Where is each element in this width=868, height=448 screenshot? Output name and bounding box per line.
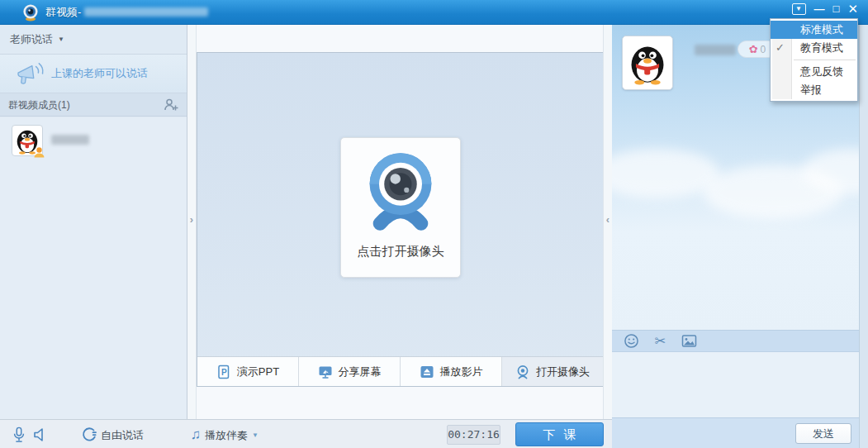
mode-menu-button[interactable]: ▼	[792, 3, 806, 15]
sidebar-collapse-handle[interactable]: ›	[187, 25, 197, 419]
announcement-row: 上课的老师可以说话	[0, 55, 187, 93]
menu-item-report[interactable]: 举报	[771, 81, 857, 99]
screenshot-button[interactable]: ✂	[652, 333, 668, 349]
chat-toolbar: ✂	[612, 331, 859, 352]
mode-menu: 标准模式 ✓教育模式 意见反馈 举报	[770, 18, 858, 102]
add-member-icon[interactable]	[164, 98, 178, 112]
send-image-button[interactable]	[681, 333, 697, 349]
camera-icon	[515, 365, 530, 379]
chat-collapse-handle[interactable]: ‹	[603, 25, 612, 419]
class-timer: 00:27:16	[447, 425, 500, 445]
play-movie-button[interactable]: 播放影片	[400, 357, 501, 386]
menu-item-feedback[interactable]: 意见反馈	[771, 63, 857, 81]
video-stage: 点击打开摄像头 P 演示PPT 分享	[197, 52, 604, 387]
speaker-avatar	[622, 36, 673, 90]
present-ppt-button[interactable]: P 演示PPT	[197, 357, 298, 386]
member-avatar	[12, 125, 43, 156]
member-row[interactable]	[0, 117, 187, 164]
rose-icon: ✿	[749, 44, 758, 55]
image-icon	[681, 333, 697, 349]
ppt-icon: P	[216, 365, 231, 379]
music-note-icon[interactable]: ♫	[187, 427, 204, 443]
free-talk-label[interactable]: 自由说话	[101, 428, 144, 443]
smiley-icon	[624, 333, 639, 349]
chevron-right-icon: ›	[187, 213, 196, 226]
members-header: 群视频成员(1)	[0, 93, 187, 117]
play-movie-label: 播放影片	[440, 365, 483, 379]
menu-item-education-mode[interactable]: ✓教育模式	[771, 39, 857, 57]
chevron-left-icon: ‹	[604, 213, 612, 226]
window-right-edge	[859, 25, 868, 448]
screen-share-icon	[318, 365, 333, 379]
accompaniment-label: 播放伴奏	[205, 429, 248, 441]
play-movie-icon	[420, 365, 434, 379]
sidebar: 老师说话▼ 上课的老师可以说话 群视频成员(1)	[0, 25, 187, 419]
titlebar: 群视频- ▼ — □ ✕	[0, 0, 868, 25]
webcam-app-icon	[21, 3, 40, 21]
qq-penguin-icon	[625, 39, 670, 87]
open-camera-card[interactable]: 点击打开摄像头	[340, 137, 461, 278]
censored-group-name	[84, 7, 208, 17]
check-icon: ✓	[776, 39, 789, 57]
end-class-button[interactable]: 下课	[515, 422, 604, 446]
members-header-label: 群视频成员(1)	[8, 99, 70, 111]
window-title: 群视频-	[45, 5, 81, 20]
present-ppt-label: 演示PPT	[237, 365, 279, 379]
webcam-icon	[358, 148, 443, 234]
share-screen-label: 分享屏幕	[339, 365, 382, 379]
emoji-button[interactable]	[624, 333, 639, 349]
open-camera-prompt: 点击打开摄像头	[341, 244, 460, 260]
stage-toolbar: P 演示PPT 分享屏幕	[197, 356, 603, 386]
chat-input-area[interactable]	[612, 353, 859, 417]
microphone-icon[interactable]	[11, 427, 27, 443]
accompaniment-dropdown[interactable]: 播放伴奏▼	[205, 428, 259, 443]
rose-count: 0	[761, 44, 766, 55]
education-mode-label: 教育模式	[800, 41, 843, 54]
close-button[interactable]: ✕	[847, 3, 858, 15]
open-camera-label: 打开摄像头	[536, 365, 590, 379]
svg-text:P: P	[221, 367, 227, 376]
announcement-text: 上课的老师可以说话	[51, 66, 148, 81]
member-status-icon	[33, 146, 45, 159]
scissors-icon: ✂	[655, 334, 666, 348]
bottom-control-bar: 自由说话 ♫ 播放伴奏▼ 00:27:16 下课	[0, 419, 612, 448]
send-button[interactable]: 发送	[795, 423, 851, 444]
center-stage-column: › 点击打开摄像头	[187, 25, 612, 419]
menu-separator	[794, 60, 856, 60]
window-controls: ▼ — □ ✕	[792, 2, 858, 16]
caret-down-icon: ▼	[58, 36, 64, 43]
member-list	[0, 117, 187, 419]
chat-send-bar: 发送	[612, 417, 859, 448]
menu-item-standard-mode[interactable]: 标准模式	[771, 21, 857, 39]
open-camera-button[interactable]: 打开摄像头	[501, 357, 603, 386]
minimize-button[interactable]: —	[814, 3, 825, 15]
free-talk-icon[interactable]	[82, 427, 98, 443]
speaker-mode-label: 老师说话	[10, 33, 53, 45]
maximize-button[interactable]: □	[833, 3, 840, 15]
speaker-icon[interactable]	[31, 427, 48, 443]
censored-member-name	[51, 135, 89, 145]
caret-down-icon: ▼	[252, 431, 259, 439]
speaker-mode-dropdown[interactable]: 老师说话▼	[0, 25, 187, 55]
censored-speaker-name	[695, 45, 736, 55]
share-screen-button[interactable]: 分享屏幕	[298, 357, 400, 386]
group-video-window: 群视频- ▼ — □ ✕ 老师说话▼ 上课的老师可以说话 群视频成员(1)	[0, 0, 868, 448]
megaphone-icon	[15, 61, 46, 86]
